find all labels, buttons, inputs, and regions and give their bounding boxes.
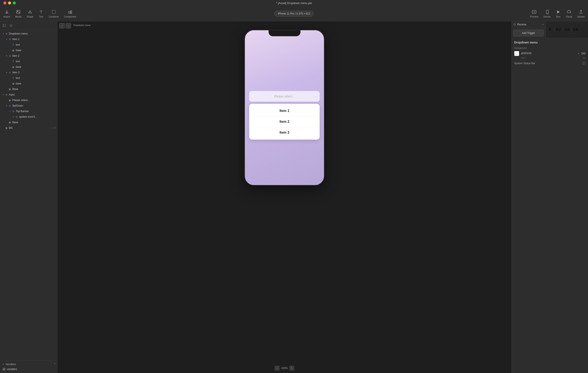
- tree-item-5pt-down[interactable]: ▾ ⊞ 5pt/Down: [0, 103, 57, 109]
- bg-count: 0: [54, 127, 56, 129]
- tree-item-base2[interactable]: ▣ base: [0, 64, 57, 70]
- color-opacity-value: 100: [581, 52, 586, 55]
- svg-rect-4: [71, 11, 72, 12]
- tree-item-bg[interactable]: ▣ BG — 0: [0, 125, 57, 131]
- tree-item-item2[interactable]: ▾ ⊞ Item 2: [0, 53, 57, 59]
- color-sub-labels: HEX Fill: [514, 57, 586, 59]
- shape-icon: [27, 9, 32, 14]
- device-icon: [545, 9, 550, 14]
- component-icon: ⊞: [8, 37, 11, 41]
- sidebar-collapse-btn[interactable]: [2, 23, 7, 28]
- component-tool[interactable]: Component: [64, 9, 76, 18]
- frame-icon: ▣: [5, 126, 8, 130]
- tree-item-label: Please select...: [12, 99, 56, 102]
- placeholder-icon: [9, 77, 11, 79]
- chevron-down-icon: ▾: [5, 54, 8, 57]
- component-icon: ⊞: [8, 104, 11, 107]
- text-tool[interactable]: Text: [39, 9, 44, 18]
- nav-back-button[interactable]: ‹: [59, 23, 65, 29]
- chevron-down-icon: ▾: [5, 71, 8, 74]
- chevron-down-icon: ▾: [2, 32, 5, 35]
- tree-item-label: system icon/3...: [19, 115, 56, 118]
- preview-tool[interactable]: Preview: [530, 9, 538, 18]
- cloud-icon: [567, 9, 572, 14]
- variable-label: variable1: [7, 368, 17, 371]
- dropdown-item-1[interactable]: Item 1: [249, 106, 320, 116]
- tree-item-label: text: [16, 43, 56, 46]
- import-icon: [4, 9, 9, 14]
- properties-panel: Dropdown menu Background #FFFFFF ✏ 100 H…: [511, 38, 588, 373]
- dropdown-item-3[interactable]: Item 3: [249, 127, 320, 138]
- tree-item-input[interactable]: ▾ ⊞ Input: [0, 92, 57, 98]
- phone-frame: Please select... ⌄ Item 1 Item 2 Item 3: [245, 30, 325, 186]
- tick-2: 0.4: [563, 27, 571, 33]
- placeholder-icon: [9, 82, 11, 85]
- receive-add-button[interactable]: +: [542, 23, 544, 26]
- color-row: #FFFFFF ✏ 100: [514, 51, 586, 56]
- media-tool[interactable]: Media: [15, 9, 21, 18]
- text-icon: T: [11, 43, 15, 46]
- receive-panel: Receive + Add Trigger: [511, 21, 546, 38]
- nav-forward-button[interactable]: ›: [66, 23, 71, 29]
- add-trigger-button[interactable]: Add Trigger: [513, 30, 544, 36]
- title-bar: * [Asset] Dropdown menu.pie: [0, 0, 588, 6]
- toolbar-center: iPhone 11 Pro / X 375 × 812: [274, 11, 314, 17]
- device-selector[interactable]: iPhone 11 Pro / X 375 × 812: [274, 11, 314, 17]
- bg-hide-icon[interactable]: —: [51, 127, 53, 129]
- dropdown-item-2[interactable]: Item 2: [249, 116, 320, 127]
- tree-item-item3[interactable]: ▾ ⊞ Item 3: [0, 70, 57, 75]
- cloud-label: Cloud: [566, 15, 572, 18]
- tree-item-item1[interactable]: ▾ ⊞ Item 1: [0, 36, 57, 42]
- tree-item-please-select[interactable]: ▣ Please select...: [0, 98, 57, 103]
- color-swatch[interactable]: [514, 51, 519, 56]
- container-tool[interactable]: Container: [49, 9, 59, 18]
- variable-icon: v: [2, 368, 6, 371]
- canvas-area: ‹ › Dropdown menu Please select... ⌄ Ite…: [57, 21, 511, 373]
- tree-item-label: Base: [12, 88, 56, 91]
- dropdown-trigger[interactable]: Please select... ⌄: [249, 91, 320, 102]
- tree-item-base1[interactable]: ▣ base: [0, 47, 57, 53]
- placeholder-icon: [2, 126, 5, 129]
- toolbar-right: Preview Device Run: [530, 9, 585, 18]
- run-tool[interactable]: Run: [556, 9, 561, 18]
- shape-tool[interactable]: Shape: [27, 9, 33, 18]
- minimize-button[interactable]: [8, 1, 11, 4]
- system-status-bar-toggle[interactable]: [582, 62, 586, 65]
- upload-tool[interactable]: Upload: [577, 9, 585, 18]
- text-label: Text: [39, 15, 43, 18]
- tree-item-label: 5pt/Down: [12, 104, 56, 107]
- tree-item-base-input[interactable]: ▣ Base: [0, 120, 57, 125]
- tree-item-label: BG: [9, 126, 12, 129]
- tree-root-label: Dropdown menu: [9, 32, 56, 35]
- zoom-out-button[interactable]: −: [275, 366, 280, 371]
- variable-item[interactable]: v variable1: [2, 367, 56, 371]
- frame-icon: ▣: [11, 49, 15, 52]
- color-edit-icon[interactable]: ✏: [578, 53, 579, 55]
- close-button[interactable]: [3, 1, 6, 4]
- zoom-in-button[interactable]: +: [289, 366, 294, 371]
- tree-root[interactable]: ▾ ⊞ Dropdown menu: [0, 31, 57, 36]
- import-tool[interactable]: Import: [3, 9, 10, 18]
- sidebar-add-btn[interactable]: [9, 23, 14, 28]
- tree-item-text1[interactable]: T text: [0, 42, 57, 47]
- tree-item-top-banner[interactable]: ▾ ⊞ Top Banner: [0, 109, 57, 114]
- tree-item-base-root[interactable]: ▣ Base: [0, 86, 57, 92]
- system-status-bar-row: System Status Bar: [514, 62, 586, 65]
- component-label: Component: [64, 15, 76, 18]
- cloud-tool[interactable]: Cloud: [566, 9, 572, 18]
- maximize-button[interactable]: [13, 1, 16, 4]
- tick-0: 0: [546, 27, 554, 33]
- background-section-label: Background: [514, 47, 586, 49]
- text-icon: T: [11, 60, 15, 63]
- tick-1: 0.2: [554, 27, 563, 33]
- tree-item-system-icon[interactable]: ▸ ⊞ system icon/3...: [0, 114, 57, 120]
- tree-item-base3[interactable]: ▣ base: [0, 81, 57, 86]
- placeholder-icon: [9, 60, 11, 63]
- tree-item-text3[interactable]: T text: [0, 75, 57, 81]
- svg-rect-9: [3, 24, 6, 27]
- add-variable-button[interactable]: +: [54, 362, 56, 365]
- container-icon: [51, 9, 56, 14]
- dropdown-menu: Item 1 Item 2 Item 3: [249, 104, 320, 140]
- device-tool[interactable]: Device: [544, 9, 551, 18]
- tree-item-text2[interactable]: T text: [0, 59, 57, 64]
